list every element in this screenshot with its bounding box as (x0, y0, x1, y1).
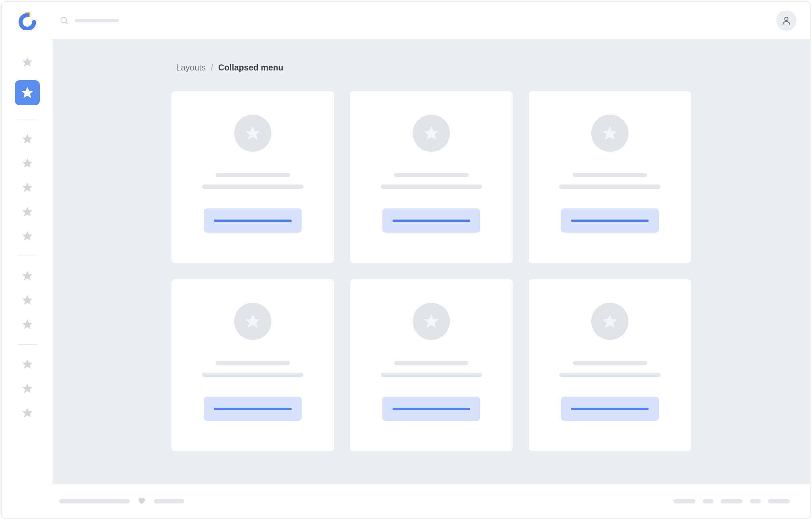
card (350, 91, 512, 263)
sidebar-item[interactable] (2, 294, 53, 306)
card (171, 279, 334, 451)
button-label-placeholder (571, 219, 649, 222)
footer (2, 484, 810, 518)
card (529, 91, 691, 263)
heart-icon (137, 496, 146, 506)
card-primary-button[interactable] (204, 396, 302, 421)
sidebar-group (2, 56, 53, 119)
footer-link-placeholder[interactable] (721, 499, 742, 503)
star-icon (21, 318, 33, 331)
button-label-placeholder (393, 408, 470, 410)
card-title-placeholder (573, 173, 647, 177)
card-primary-button[interactable] (383, 208, 480, 233)
button-label-placeholder (393, 219, 470, 222)
svg-marker-13 (22, 319, 32, 329)
breadcrumb: Layouts / Collapsed menu (171, 63, 691, 73)
topbar (2, 2, 810, 39)
star-icon (21, 181, 33, 193)
svg-marker-11 (22, 271, 32, 281)
sidebar-item[interactable] (2, 56, 53, 68)
card-icon-circle (234, 115, 271, 152)
body: Layouts / Collapsed menu (2, 39, 810, 484)
sidebar-divider (18, 256, 37, 256)
card-title-placeholder (216, 361, 290, 365)
card-subtitle-placeholder (381, 373, 482, 377)
breadcrumb-current: Collapsed menu (218, 63, 283, 72)
sidebar-item[interactable] (2, 383, 53, 394)
star-icon (601, 124, 619, 142)
footer-link-placeholder[interactable] (703, 499, 713, 503)
content-panel: Layouts / Collapsed menu (53, 39, 810, 484)
svg-marker-8 (22, 182, 32, 192)
svg-line-2 (66, 22, 68, 24)
footer-link-placeholder[interactable] (768, 499, 790, 503)
svg-point-3 (785, 17, 788, 21)
star-icon (21, 358, 33, 370)
star-icon (21, 157, 33, 169)
search-icon (59, 16, 69, 25)
breadcrumb-separator: / (208, 63, 216, 72)
sidebar-collapsed (2, 39, 53, 484)
sidebar-group (2, 133, 53, 256)
sidebar-item[interactable] (2, 157, 53, 169)
sidebar-group (2, 358, 53, 432)
svg-marker-19 (602, 126, 618, 140)
user-avatar[interactable] (776, 10, 796, 31)
search-placeholder (75, 19, 119, 22)
button-label-placeholder (214, 408, 292, 410)
card-icon-circle (591, 115, 629, 152)
svg-marker-7 (22, 158, 32, 168)
star-icon (21, 133, 33, 145)
card-icon-circle (234, 303, 271, 340)
sidebar-item[interactable] (2, 181, 53, 193)
footer-left (59, 496, 184, 506)
svg-marker-9 (22, 207, 32, 216)
sidebar-item[interactable] (2, 133, 53, 145)
breadcrumb-parent[interactable]: Layouts (176, 63, 206, 72)
sidebar-item-active[interactable] (15, 80, 40, 105)
star-icon (21, 56, 33, 68)
card-icon-circle (413, 303, 450, 340)
svg-marker-21 (423, 314, 439, 329)
svg-marker-22 (602, 314, 618, 329)
svg-marker-14 (22, 359, 32, 369)
sidebar-item[interactable] (2, 358, 53, 370)
card-primary-button[interactable] (383, 396, 480, 421)
svg-marker-16 (22, 408, 32, 417)
svg-marker-6 (22, 134, 32, 144)
search-area[interactable] (59, 16, 119, 25)
star-icon (601, 312, 619, 331)
sidebar-divider (18, 119, 37, 120)
app-frame: Layouts / Collapsed menu (1, 1, 811, 519)
button-label-placeholder (571, 408, 649, 410)
star-icon (422, 312, 440, 331)
svg-marker-10 (22, 231, 32, 241)
card-primary-button[interactable] (561, 396, 659, 421)
card-title-placeholder (573, 361, 647, 365)
star-icon (21, 206, 33, 218)
card-primary-button[interactable] (204, 208, 302, 233)
star-icon (244, 312, 262, 331)
card-title-placeholder (216, 173, 290, 177)
sidebar-item[interactable] (2, 270, 53, 282)
card (529, 279, 691, 451)
card-subtitle-placeholder (559, 184, 661, 189)
sidebar-item[interactable] (2, 318, 53, 331)
user-icon (781, 16, 791, 26)
card-primary-button[interactable] (561, 208, 659, 233)
card-subtitle-placeholder (381, 184, 482, 189)
footer-link-placeholder[interactable] (674, 499, 695, 503)
star-icon (21, 270, 33, 282)
brand-logo[interactable] (16, 11, 39, 30)
svg-marker-15 (22, 384, 32, 393)
footer-link-placeholder[interactable] (750, 499, 761, 503)
sidebar-item[interactable] (2, 230, 53, 242)
card-icon-circle (413, 115, 450, 152)
card (171, 91, 334, 263)
star-icon (21, 294, 33, 306)
button-label-placeholder (214, 219, 292, 222)
sidebar-item[interactable] (2, 206, 53, 218)
svg-marker-20 (245, 314, 260, 329)
footer-right (674, 499, 790, 503)
sidebar-item[interactable] (2, 407, 53, 419)
